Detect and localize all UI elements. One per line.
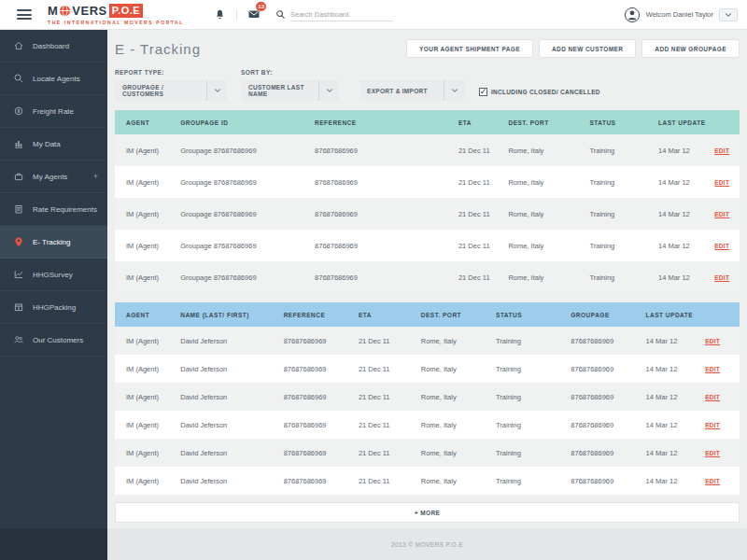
table-row: IM (Agent)Groupage 876876869698768768696… (115, 166, 740, 198)
cell: 21 Dec 11 (359, 439, 421, 467)
column-header: STATUS (589, 110, 658, 134)
your-agent-shipment-page-button[interactable]: YOUR AGENT SHIPMENT PAGE (406, 39, 533, 58)
people-icon (13, 334, 24, 345)
cell: 87687686969 (571, 467, 645, 495)
export-import-select[interactable]: EXPORT & IMPORT (359, 80, 464, 101)
sidebar-item-e-tracking[interactable]: E- Tracking (0, 226, 107, 259)
cell: 87687686969 (571, 383, 645, 411)
edit-link[interactable]: EDIT (705, 394, 720, 400)
edit-link[interactable]: EDIT (714, 243, 729, 249)
divider (236, 9, 237, 21)
checkbox-check-icon: ✓ (479, 88, 487, 96)
edit-cell: EDIT (705, 327, 740, 355)
edit-link[interactable]: EDIT (705, 338, 720, 344)
logo-tagline: THE INTERNATIONAL MOVERS PORTAL (48, 20, 184, 25)
cell: David Jeferson (180, 467, 283, 495)
sidebar-item-hhgsurvey[interactable]: HHGSurvey (0, 259, 107, 291)
cell: Training (496, 327, 571, 355)
cell: Training (589, 230, 658, 261)
edit-link[interactable]: EDIT (714, 274, 729, 281)
add-new-groupage-button[interactable]: ADD NEW GROUPAGE (641, 39, 740, 58)
search-icon (13, 73, 24, 84)
logo-part1: M (48, 5, 58, 17)
edit-cell: EDIT (705, 439, 740, 467)
sort-by-select[interactable]: CUSTOMER LAST NAME (241, 80, 339, 101)
cell: 14 Mar 12 (658, 230, 714, 261)
cell: IM (Agent) (115, 230, 180, 261)
cell: 87687686969 (315, 230, 458, 261)
report-type-select[interactable]: GROUPAGE / CUSTOMERS (115, 80, 227, 101)
column-header: GROUPAGE (571, 302, 645, 327)
edit-link[interactable]: EDIT (705, 450, 720, 456)
column-header: REFERENCE (284, 302, 359, 327)
sidebar-item-locate-agents[interactable]: Locate Agents (0, 63, 107, 95)
search-input[interactable] (290, 8, 393, 21)
cell: IM (Agent) (115, 467, 180, 495)
line-chart-icon (13, 269, 24, 280)
document-icon (13, 203, 24, 215)
cell: Groupage 87687686969 (180, 261, 315, 293)
sidebar-item-label: Freight Rate (33, 107, 74, 116)
sidebar-item-rate-requirements[interactable]: Rate Requirements (0, 193, 107, 226)
sidebar-item-hhgpacking[interactable]: HHGPacking (0, 291, 107, 324)
cell: Rome, Italy (421, 355, 496, 383)
column-header: ETA (458, 110, 509, 134)
cell: 21 Dec 11 (458, 166, 509, 198)
column-header: LAST UPDATE (646, 302, 706, 327)
sidebar-item-dashboard[interactable]: Dashboard (0, 30, 107, 63)
logo[interactable]: M VERS P.O.E THE INTERNATIONAL MOVERS PO… (48, 4, 184, 25)
messages-icon[interactable]: 13 (247, 7, 261, 23)
cell: David Jeferson (180, 439, 283, 467)
column-header: ETA (359, 302, 421, 327)
avatar-icon[interactable] (624, 7, 641, 23)
cell: 87687686969 (284, 439, 359, 467)
edit-link[interactable]: EDIT (705, 478, 720, 484)
expand-plus-icon[interactable]: + (93, 172, 98, 181)
column-header: DEST. PORT (508, 110, 589, 134)
edit-link[interactable]: EDIT (714, 147, 729, 154)
edit-cell: EDIT (714, 198, 740, 230)
sort-by-label: SORT BY: (241, 69, 339, 76)
chevron-down-icon (318, 80, 339, 101)
user-menu-button[interactable] (719, 8, 738, 21)
page-actions: YOUR AGENT SHIPMENT PAGE ADD NEW CUSTOME… (406, 39, 740, 58)
cell: Rome, Italy (508, 198, 589, 230)
cell: Training (496, 383, 571, 411)
sidebar-item-label: My Data (33, 140, 61, 148)
column-header: AGENT (115, 302, 180, 327)
report-type-label: REPORT TYPE: (115, 69, 227, 76)
app-window: M VERS P.O.E THE INTERNATIONAL MOVERS PO… (0, 0, 747, 560)
cell: Rome, Italy (421, 383, 496, 411)
sidebar-item-freight-rate[interactable]: Freight Rate (0, 95, 107, 128)
bell-icon[interactable] (214, 8, 226, 21)
sidebar-item-label: Our Customers (33, 336, 83, 344)
edit-cell: EDIT (714, 230, 740, 261)
menu-toggle-icon[interactable] (17, 9, 32, 20)
cell: 87687686969 (284, 327, 359, 355)
logo-badge: P.O.E (109, 4, 143, 18)
checkbox-label: INCLUDING CLOSED/ CANCELLED (491, 89, 600, 95)
sidebar-item-our-customers[interactable]: Our Customers (0, 324, 107, 357)
cell: Training (496, 439, 571, 467)
edit-link[interactable]: EDIT (714, 211, 729, 217)
sidebar-item-my-agents[interactable]: My Agents + (0, 161, 107, 193)
edit-link[interactable]: EDIT (705, 366, 720, 372)
including-closed-checkbox[interactable]: ✓ INCLUDING CLOSED/ CANCELLED (479, 88, 600, 96)
export-import-group: EXPORT & IMPORT (359, 80, 464, 101)
logo-wordmark: M VERS P.O.E (48, 4, 184, 18)
column-header: DEST. PORT (421, 302, 496, 327)
more-button[interactable]: + MORE (115, 502, 740, 523)
edit-link[interactable]: EDIT (705, 422, 720, 428)
cell: 21 Dec 11 (458, 230, 509, 261)
sidebar-item-my-data[interactable]: My Data (0, 128, 107, 161)
chevron-down-icon (206, 80, 227, 101)
chevron-down-icon (725, 12, 732, 18)
edit-cell: EDIT (705, 411, 740, 439)
sidebar: Dashboard Locate Agents Freight Rate My … (0, 30, 107, 560)
table-row: IM (Agent)David Jeferson8768768696921 De… (115, 355, 740, 383)
cell: IM (Agent) (115, 355, 180, 383)
cell: 87687686969 (315, 261, 458, 293)
chevron-down-icon (444, 80, 464, 101)
edit-link[interactable]: EDIT (714, 179, 729, 186)
add-new-customer-button[interactable]: ADD NEW CUSTOMER (539, 39, 636, 58)
